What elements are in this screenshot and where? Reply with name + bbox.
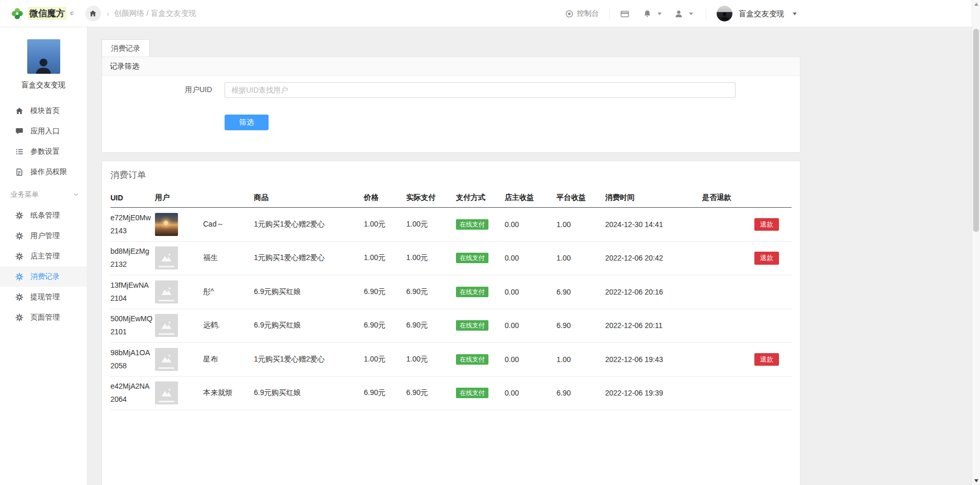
gear-icon: [15, 313, 24, 322]
user-nickname: 星布: [203, 355, 218, 364]
user-nickname: 福生: [203, 253, 218, 263]
cell-pay-method: 在线支付: [456, 320, 505, 331]
notifications-button[interactable]: [643, 9, 662, 18]
navbar-divider: [609, 8, 610, 19]
cell-uid: 500MjEwMQ 2101: [110, 312, 155, 339]
scroll-up-arrow-icon[interactable]: [974, 3, 978, 6]
cell-user: 本来就烦: [155, 381, 254, 404]
filter-card: 记录筛选 用户UID 筛选: [102, 57, 800, 153]
console-label: 控制台: [577, 9, 599, 18]
user-avatar-image: [155, 246, 178, 269]
sidebar-item-label: 参数设置: [30, 147, 60, 156]
user-avatar[interactable]: [717, 6, 732, 21]
cell-owner-income: 0.00: [505, 254, 556, 262]
cell-price: 1.00元: [364, 355, 406, 364]
gear-icon: [15, 232, 24, 240]
console-link[interactable]: 控制台: [565, 9, 599, 18]
filter-form: 用户UID 筛选: [102, 76, 800, 152]
cell-time: 2022-12-06 19:39: [605, 389, 702, 397]
filter-button[interactable]: 筛选: [225, 115, 269, 130]
app-logo[interactable]: 微信魔方 ©: [0, 7, 82, 20]
profile-menu-button[interactable]: [674, 9, 693, 18]
table-row: 500MjEwMQ 2101 远鹤. 6.9元购买红娘 6.90元 6.90元 …: [110, 309, 792, 343]
sidebar-item-consumption-records[interactable]: 消费记录: [0, 266, 87, 287]
cell-paid: 1.00元: [406, 220, 456, 229]
cell-refund: 退款: [702, 252, 792, 265]
sidebar-item-parameters[interactable]: 参数设置: [0, 141, 87, 162]
cell-product: 1元购买1爱心赠2爱心: [254, 220, 364, 229]
sidebar-item-withdrawal-management[interactable]: 提现管理: [0, 287, 87, 307]
user-nickname: 彤^: [203, 287, 214, 297]
logo-text: 微信魔方: [28, 7, 66, 20]
cell-owner-income: 0.00: [505, 355, 556, 364]
filter-card-header: 记录筛选: [102, 57, 800, 76]
scroll-down-arrow-icon[interactable]: [974, 479, 978, 482]
user-avatar-image: [155, 348, 178, 371]
cell-time: 2022-12-06 20:42: [605, 254, 702, 262]
account-name[interactable]: 盲盒交友变现: [739, 9, 784, 19]
sidebar-item-page-management[interactable]: 页面管理: [0, 307, 87, 328]
sidebar-item-notes-management[interactable]: 纸条管理: [0, 205, 87, 225]
profile-name: 盲盒交友变现: [0, 81, 87, 90]
cell-pay-method: 在线支付: [456, 219, 505, 230]
cell-time: 2022-12-06 20:11: [605, 321, 702, 330]
scrollbar-thumb[interactable]: [973, 29, 979, 232]
cell-paid: 6.90元: [406, 321, 456, 330]
cell-uid: e72MjE0Mw 2143: [110, 211, 155, 238]
cell-uid: bd8MjEzMg 2132: [110, 245, 155, 271]
vertical-scrollbar[interactable]: [972, 0, 980, 485]
chat-icon: [15, 127, 24, 136]
cell-price: 1.00元: [364, 220, 406, 229]
profile-photo: [27, 39, 60, 74]
sidebar-item-label: 用户管理: [30, 231, 60, 241]
cell-user: 远鹤.: [155, 314, 254, 337]
refund-button[interactable]: 退款: [754, 252, 779, 265]
sidebar-item-module-home[interactable]: 模块首页: [0, 100, 87, 121]
home-button[interactable]: [85, 6, 101, 21]
cell-platform-income: 1.00: [556, 355, 605, 364]
sidebar-item-operator-permissions[interactable]: 操作员权限: [0, 162, 87, 182]
sidebar-section-label: 业务菜单: [10, 190, 39, 199]
cell-price: 6.90元: [364, 388, 406, 398]
column-header-paid: 实际支付: [406, 193, 456, 202]
breadcrumb[interactable]: 创颜网络 / 盲盒交友变现: [114, 8, 196, 18]
cell-paid: 1.00元: [406, 253, 456, 263]
user-avatar-image: [155, 314, 178, 337]
refund-button[interactable]: 退款: [754, 353, 779, 366]
image-placeholder-icon: [160, 286, 173, 297]
order-uid-number: 2064: [110, 393, 155, 406]
cell-platform-income: 1.00: [556, 254, 605, 262]
column-header-uid: UID: [110, 194, 155, 202]
sidebar-item-user-management[interactable]: 用户管理: [0, 225, 87, 246]
sidebar-item-label: 店主管理: [30, 252, 60, 261]
table-row: bd8MjEzMg 2132 福生 1元购买1爱心赠2爱心 1.00元 1.00…: [110, 242, 792, 276]
user-avatar-image: [155, 381, 178, 404]
chevron-down-icon: [689, 13, 693, 15]
sidebar-item-shop-owner-management[interactable]: 店主管理: [0, 246, 87, 266]
cell-owner-income: 0.00: [505, 321, 556, 330]
orders-table-body: e72MjE0Mw 2143 Cad～ 1元购买1爱心赠2爱心 1.00元 1.…: [110, 208, 792, 410]
account-chevron-down-icon[interactable]: [793, 13, 797, 15]
sidebar-item-app-entry[interactable]: 应用入口: [0, 121, 87, 141]
sidebar-section-business-menu[interactable]: 业务菜单: [0, 184, 87, 205]
order-uid-number: 2143: [110, 224, 155, 238]
column-header-refund: 是否退款: [702, 193, 792, 202]
uid-label: 用户UID: [102, 85, 212, 95]
cell-product: 1元购买1爱心赠2爱心: [254, 355, 364, 364]
cell-uid: 13fMjEwNA 2104: [110, 279, 155, 305]
user-avatar-image: [155, 280, 178, 303]
table-row: e42MjA2NA 2064 本来就烦 6.9元购买红娘 6.90元 6.90元…: [110, 377, 792, 411]
tab-consumption-records[interactable]: 消费记录: [102, 39, 150, 57]
gear-icon: [15, 211, 24, 220]
cell-platform-income: 1.00: [556, 220, 605, 229]
cell-paid: 6.90元: [406, 388, 456, 398]
column-header-user: 用户: [155, 193, 254, 202]
sidebar-menu: 模块首页 应用入口 参数设置 操作员权限 业务菜单 纸条管理 用户管理 店: [0, 100, 87, 328]
billing-button[interactable]: [620, 9, 629, 18]
logo-flower-icon: [10, 7, 24, 20]
sidebar-item-label: 应用入口: [30, 127, 60, 136]
order-uid: 13fMjEwNA: [110, 279, 155, 292]
refund-button[interactable]: 退款: [754, 218, 779, 231]
sidebar-item-label: 消费记录: [30, 272, 60, 281]
uid-input[interactable]: [225, 82, 736, 98]
